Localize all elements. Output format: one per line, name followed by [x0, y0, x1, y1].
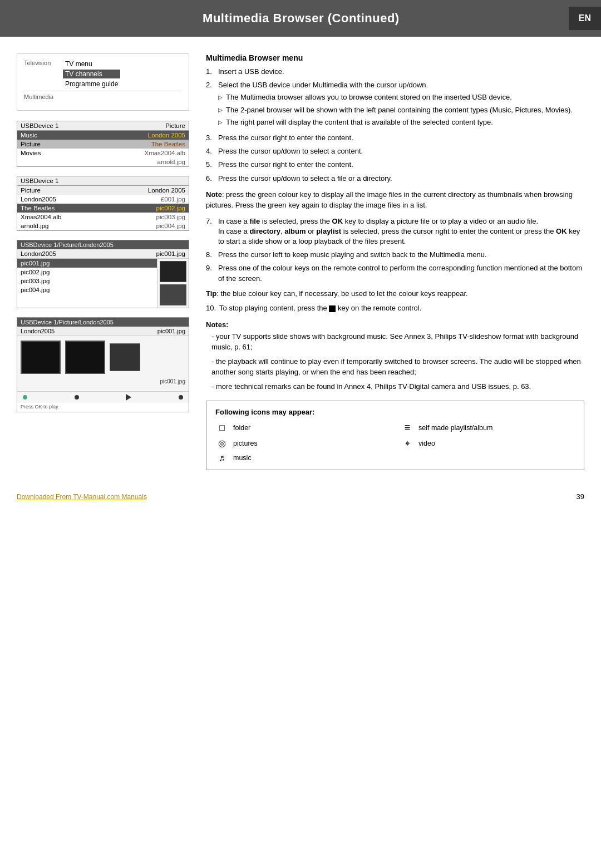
- music-label: music: [233, 454, 252, 462]
- left-col: Television TV menu TV channels Programme…: [17, 53, 189, 470]
- ctrl-dot-green: [23, 395, 27, 400]
- bp3-thumbnails: [157, 259, 189, 308]
- step-4-num: 4.: [206, 146, 215, 156]
- step-3: 3. Press the cursor right to enter the c…: [206, 133, 584, 143]
- bp3-sh-right: pic001.jpg: [156, 250, 185, 257]
- bullet-1-text: The Multimedia browser allows you to bro…: [226, 92, 512, 102]
- arrow-1: ▷: [218, 93, 223, 102]
- video-icon: ⌖: [401, 438, 414, 448]
- bp2-r1-left: London2005: [21, 196, 56, 203]
- footer-link[interactable]: Downloaded From TV-Manual.com Manuals: [17, 493, 147, 501]
- bp3-list-row-4: pic004.jpg: [17, 285, 157, 294]
- page-header: Multimedia Browser (Continued) EN: [0, 0, 601, 37]
- note-item-3: - more technical remarks can be found in…: [206, 381, 584, 392]
- tv-label: Television: [24, 60, 63, 66]
- bp1-r3-right: Xmas2004.alb: [144, 150, 185, 156]
- bp1-r4-right: arnold.jpg: [157, 159, 185, 165]
- pictures-icon: ◎: [215, 438, 229, 448]
- arrow-2: ▷: [218, 106, 223, 115]
- instruction-list-3: 10. To stop playing content, press the k…: [206, 303, 584, 313]
- icon-video: ⌖ video: [401, 438, 575, 448]
- step-7-num: 7.: [206, 216, 215, 247]
- step-7-text-2: In case a directory, album or playlist i…: [218, 227, 580, 245]
- bp1-r2-left: Picture: [21, 141, 41, 147]
- note-item-1: - your TV supports slide shows with back…: [206, 331, 584, 353]
- right-col: Multimedia Browser menu 1. Insert a USB …: [206, 53, 584, 470]
- bp2-sh-left: Picture: [21, 187, 41, 194]
- music-icon: ♬: [215, 453, 229, 463]
- icons-grid: □ folder ≡ self made playlist/album ◎ pi…: [215, 422, 575, 463]
- ctrl-dot-4: [179, 395, 183, 400]
- icons-box: Following icons may appear: □ folder ≡ s…: [206, 401, 584, 470]
- playlist-icon: ≡: [401, 422, 414, 433]
- notes-title: Notes:: [206, 320, 584, 329]
- playback-thumb-main-3: [110, 343, 140, 371]
- tip-box: Tip: the blue colour key can, if necessa…: [206, 288, 584, 299]
- step-5: 5. Press the cursor right to enter the c…: [206, 160, 584, 170]
- playback-thumb-main-1: [21, 341, 61, 374]
- bp2-row-2: The Beatles pic002.jpg: [17, 204, 189, 213]
- note-box-1: Note: press the green colour key to disp…: [206, 189, 584, 211]
- step-2-num: 2.: [206, 80, 215, 130]
- step-4-text: Press the cursor up/down to select a con…: [218, 146, 363, 156]
- bullet-1: ▷ The Multimedia browser allows you to b…: [218, 92, 573, 102]
- instruction-list-1: 1. Insert a USB device. 2. Select the US…: [206, 67, 584, 184]
- note-label: Note: [206, 190, 222, 199]
- bp1-right-header: Picture: [165, 122, 185, 129]
- step-6-num: 6.: [206, 174, 215, 184]
- page-title: Multimedia Browser (Continued): [33, 11, 569, 26]
- step-1: 1. Insert a USB device.: [206, 67, 584, 77]
- playback-thumb-main-2: [65, 341, 105, 374]
- step-1-num: 1.: [206, 67, 215, 77]
- thumb-2: [160, 284, 186, 305]
- notes-section: Notes: - your TV supports slide shows wi…: [206, 320, 584, 392]
- folder-icon: □: [215, 423, 229, 433]
- step-3-text: Press the cursor right to enter the cont…: [218, 133, 353, 143]
- step-5-text: Press the cursor right to enter the cont…: [218, 160, 353, 170]
- bp3-sub-header: London2005 pic001.jpg: [17, 249, 189, 259]
- step-10-num: 10.: [206, 303, 216, 313]
- step-8-num: 8.: [206, 250, 215, 260]
- ctrl-play-icon: [126, 394, 131, 401]
- step-5-num: 5.: [206, 160, 215, 170]
- multimedia-blank: [63, 93, 69, 102]
- step-6: 6. Press the cursor up/down to select a …: [206, 174, 584, 184]
- main-content: Television TV menu TV channels Programme…: [0, 37, 601, 481]
- bp2-sub-header: Picture London 2005: [17, 186, 189, 195]
- bullet-3-text: The right panel will display the content…: [226, 117, 493, 127]
- bp2-r4-left: arnold.jpg: [21, 223, 49, 229]
- bp1-row-1: Music London 2005: [17, 131, 189, 140]
- bp2-r4-right: pic004.jpg: [156, 223, 185, 229]
- step-8: 8. Press the cursor left to keep music p…: [206, 250, 584, 260]
- icon-music: ♬ music: [215, 453, 390, 463]
- bp3-list-row-2: pic002.jpg: [17, 268, 157, 277]
- step-10-text: To stop playing content, press the key o…: [219, 303, 421, 313]
- bp2-r3-left: Xmas2004.alb: [21, 214, 62, 220]
- playback-sh-right: pic001.jpg: [157, 328, 185, 334]
- bp1-left-header: USBDevice 1: [21, 122, 58, 129]
- folder-label: folder: [233, 424, 250, 432]
- bp2-r3-right: pic003.jpg: [156, 214, 185, 220]
- step-7: 7. In case a file is selected, press the…: [206, 216, 584, 247]
- bp3-list-item-2: pic002.jpg: [21, 269, 50, 275]
- browser-panel-1: USBDevice 1 Picture Music London 2005 Pi…: [17, 121, 189, 167]
- bp1-row-3: Movies Xmas2004.alb: [17, 149, 189, 157]
- playback-thumbs: pic001.jpg: [17, 336, 189, 391]
- browser-panel-3: USBDevice 1/Picture/London2005 London200…: [17, 240, 189, 308]
- thumb-1: [160, 261, 186, 282]
- bp2-r2-right: pic002.jpg: [156, 205, 185, 211]
- note-text-1: : press the green colour key to display …: [206, 190, 573, 210]
- browser-panel-2: USBDevice 1 Picture London 2005 London20…: [17, 176, 189, 231]
- arrow-3: ▷: [218, 119, 223, 127]
- playback-panel: USBDevice 1/Picture/London2005 London200…: [17, 317, 189, 412]
- en-badge: EN: [569, 7, 601, 30]
- press-ok-label: Press OK to play.: [17, 403, 189, 412]
- playback-label: pic001.jpg: [21, 378, 185, 384]
- step-7-text-1: In case a file is selected, press the OK…: [218, 217, 538, 225]
- ctrl-dot-2: [75, 395, 79, 400]
- tv-menu-item-1: TV menu: [63, 60, 120, 68]
- step-9-text: Press one of the colour keys on the remo…: [218, 263, 584, 283]
- bp1-r1-left: Music: [21, 132, 37, 139]
- bullet-2: ▷ The 2-panel browser will be shown with…: [218, 105, 573, 115]
- note-item-2: - the playback will continue to play eve…: [206, 356, 584, 378]
